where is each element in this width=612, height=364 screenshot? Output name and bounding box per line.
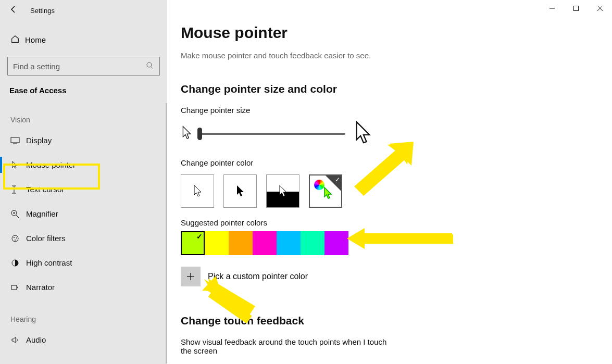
custom-color-label: Pick a custom pointer color <box>208 272 308 281</box>
svg-point-0 <box>147 62 152 67</box>
magnifier-icon <box>10 209 26 219</box>
cursor-small-icon <box>181 125 192 143</box>
display-icon <box>10 137 26 144</box>
narrator-icon <box>10 283 26 292</box>
category-heading: Ease of Access <box>0 76 167 100</box>
minimize-button[interactable] <box>540 0 564 17</box>
window-controls <box>540 0 612 17</box>
section-heading-touch: Change touch feedback <box>167 286 612 327</box>
slider-thumb[interactable] <box>197 128 202 140</box>
main-content: Mouse pointer Make mouse pointer and tou… <box>167 0 612 364</box>
color-filters-icon <box>10 234 26 243</box>
svg-point-11 <box>12 235 18 242</box>
pointer-icon <box>10 160 26 170</box>
sidebar: Settings Home Find a setting Ease of Acc… <box>0 0 167 364</box>
sidebar-item-label: Color filters <box>26 234 66 243</box>
sidebar-item-mouse-pointer[interactable]: Mouse pointer <box>0 153 167 177</box>
svg-rect-2 <box>11 137 19 143</box>
sidebar-item-label: Audio <box>26 335 46 344</box>
back-icon[interactable] <box>9 5 20 16</box>
section-heading-size-color: Change pointer size and color <box>167 60 612 95</box>
page-subtitle: Make mouse pointer and touch feedback ea… <box>167 42 612 60</box>
search-input[interactable]: Find a setting <box>7 57 160 76</box>
text-cursor-icon <box>10 185 26 194</box>
sidebar-item-audio[interactable]: Audio <box>0 328 167 352</box>
pointer-size-slider-row <box>167 115 612 148</box>
svg-point-14 <box>15 240 16 241</box>
sidebar-item-display[interactable]: Display <box>0 128 167 153</box>
close-button[interactable] <box>588 0 612 17</box>
sidebar-item-text-cursor[interactable]: Text cursor <box>0 177 167 202</box>
suggested-colors-label: Suggested pointer colors <box>167 208 612 227</box>
suggested-color-5[interactable] <box>301 231 324 255</box>
titlebar: Settings <box>0 0 167 21</box>
suggested-color-4[interactable] <box>277 231 301 255</box>
pointer-color-options <box>167 167 612 208</box>
home-label: Home <box>25 35 46 44</box>
home-link[interactable]: Home <box>0 29 167 51</box>
custom-color-row: Pick a custom pointer color <box>167 255 612 286</box>
sidebar-item-magnifier[interactable]: Magnifier <box>0 202 167 226</box>
pointer-color-black[interactable] <box>223 174 257 208</box>
high-contrast-icon <box>10 258 26 268</box>
sidebar-item-label: Display <box>26 136 52 145</box>
sidebar-item-label: High contrast <box>26 258 72 267</box>
window-title: Settings <box>30 7 55 15</box>
suggested-color-3[interactable] <box>253 231 277 255</box>
sidebar-item-label: Narrator <box>26 283 55 292</box>
pointer-size-slider[interactable] <box>199 133 345 135</box>
sidebar-item-high-contrast[interactable]: High contrast <box>0 250 167 275</box>
sidebar-item-color-filters[interactable]: Color filters <box>0 226 167 250</box>
group-heading-vision: Vision <box>0 100 167 128</box>
group-heading-hearing: Hearing <box>0 299 167 328</box>
suggested-color-2[interactable] <box>229 231 253 255</box>
home-icon <box>10 34 25 45</box>
maximize-button[interactable] <box>564 0 588 17</box>
svg-line-1 <box>151 67 153 69</box>
cursor-large-icon <box>353 120 372 148</box>
suggested-color-0[interactable] <box>181 231 205 255</box>
pointer-color-label: Change pointer color <box>167 148 612 167</box>
pointer-color-inverted[interactable] <box>266 174 299 208</box>
suggested-colors-row <box>167 227 612 255</box>
sidebar-item-label: Mouse pointer <box>26 160 76 169</box>
pointer-color-custom[interactable] <box>309 174 342 208</box>
search-placeholder: Find a setting <box>13 62 146 71</box>
suggested-color-6[interactable] <box>324 231 348 255</box>
audio-icon <box>10 335 26 345</box>
svg-rect-18 <box>574 6 579 11</box>
pick-custom-color-button[interactable] <box>181 267 201 286</box>
touch-feedback-text: Show visual feedback around the touch po… <box>167 327 396 355</box>
sidebar-item-label: Magnifier <box>26 209 58 218</box>
sidebar-item-narrator[interactable]: Narrator <box>0 275 167 299</box>
sidebar-item-label: Text cursor <box>26 185 64 194</box>
suggested-color-1[interactable] <box>205 231 229 255</box>
svg-rect-16 <box>11 285 17 290</box>
svg-point-13 <box>16 237 17 239</box>
pointer-color-white[interactable] <box>181 174 214 208</box>
svg-point-12 <box>14 237 15 238</box>
svg-line-8 <box>16 215 19 218</box>
pointer-size-label: Change pointer size <box>167 95 612 115</box>
search-icon <box>146 61 154 71</box>
